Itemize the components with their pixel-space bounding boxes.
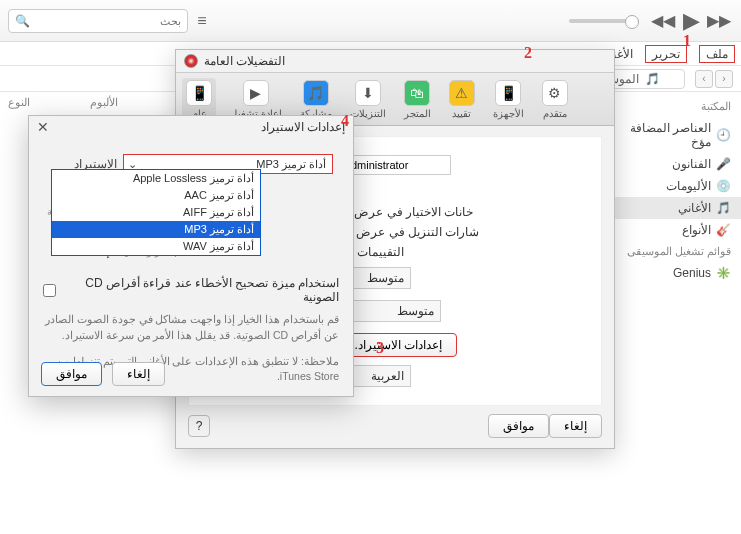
annotation-2: 2 [524, 44, 532, 62]
sidebar-head-library: المكتبة [612, 96, 741, 117]
tab-store[interactable]: 🛍المتجر [400, 78, 435, 121]
menu-edit[interactable]: تحرير [645, 45, 687, 63]
tab-label: متقدم [543, 108, 567, 119]
play-button[interactable]: ▶ [677, 7, 705, 35]
itunes-icon [184, 54, 198, 68]
sidebar-item-label: الفنانون [672, 157, 711, 171]
error-correction-checkbox[interactable] [43, 284, 56, 297]
prefs-titlebar: التفضيلات العامة [176, 50, 614, 72]
sidebar-item-genres[interactable]: 🎸الأنواع [612, 219, 741, 241]
note-icon: 🎵 [717, 201, 731, 215]
import-ok-button[interactable]: موافق [41, 362, 102, 386]
import-body: أداة ترميز MP3 ⌄ الاستيراد 4 أداة ترميز … [29, 138, 353, 393]
mic-icon: 🎤 [717, 157, 731, 171]
sidebar-item-artists[interactable]: 🎤الفنانون [612, 153, 741, 175]
opt-aiff[interactable]: أداة ترميز AIFF [52, 204, 260, 221]
list-view-toggle[interactable]: ≡ [188, 7, 216, 35]
tab-label: التنزيلات [350, 108, 386, 119]
volume-slider[interactable] [569, 19, 639, 23]
tab-restrictions[interactable]: ⚠تقييد [445, 78, 479, 121]
sidebar-item-label: الأنواع [682, 223, 711, 237]
import-footer: إلغاء موافق [41, 362, 165, 386]
menu-file[interactable]: ملف [699, 45, 735, 63]
tab-label: الأجهزة [493, 108, 524, 119]
album-icon: 💿 [717, 179, 731, 193]
sidebar-item-genius[interactable]: ✳️Genius [612, 262, 741, 284]
prefs-footer: إلغاء موافق ? [188, 414, 602, 438]
sidebar: المكتبة 🕘العناصر المضافة مؤخ 🎤الفنانون 💿… [611, 92, 741, 284]
import-cancel-button[interactable]: إلغاء [112, 362, 165, 386]
ec-note: قم باستخدام هذا الخيار إذا واجهت مشاكل ف… [43, 312, 339, 344]
sidebar-item-songs[interactable]: 🎵الأغاني [612, 197, 741, 219]
playback-icon: ▶ [243, 80, 269, 106]
encoder-dropdown[interactable]: أداة ترميز Apple Lossless أداة ترميز AAC… [51, 169, 261, 256]
tab-devices[interactable]: 📱الأجهزة [489, 78, 528, 121]
genius-icon: ✳️ [717, 266, 731, 280]
music-icon: 🎵 [645, 72, 660, 86]
search-icon: 🔍 [15, 14, 30, 28]
opt-aac[interactable]: أداة ترميز AAC [52, 187, 260, 204]
sidebar-item-label: Genius [673, 266, 711, 280]
prev-button[interactable]: ◀◀ [649, 7, 677, 35]
downloads-icon: ⬇ [355, 80, 381, 106]
store-icon: 🛍 [404, 80, 430, 106]
prefs-title-text: التفضيلات العامة [204, 54, 285, 68]
genre-icon: 🎸 [717, 223, 731, 237]
sidebar-item-label: العناصر المضافة مؤخ [622, 121, 711, 149]
list-size-value: متوسط [367, 271, 404, 285]
devices-icon: 📱 [495, 80, 521, 106]
tab-label: المتجر [404, 108, 431, 119]
next-button[interactable]: ▶▶ [705, 7, 733, 35]
search-input[interactable] [30, 15, 181, 27]
tab-advanced[interactable]: ⚙متقدم [538, 78, 572, 121]
annotation-4: 4 [341, 112, 349, 130]
annotation-1: 1 [683, 32, 691, 50]
col-album: الألبوم [90, 96, 118, 109]
search-box[interactable]: 🔍 [8, 9, 188, 33]
tab-label: تقييد [452, 108, 471, 119]
nav-forward[interactable]: › [695, 70, 713, 88]
encoder-value: أداة ترميز MP3 [256, 158, 326, 171]
sharing-icon: 🎵 [303, 80, 329, 106]
playlist-icon-value: متوسط [397, 304, 434, 318]
close-button[interactable]: ✕ [37, 119, 49, 135]
sidebar-head-playlists: قوائم تشغيل الموسيقى [612, 241, 741, 262]
restrictions-icon: ⚠ [449, 80, 475, 106]
import-titlebar: إعدادات الاستيراد ✕ [29, 116, 353, 138]
prefs-ok-button[interactable]: موافق [488, 414, 549, 438]
language-value: العربية [371, 369, 404, 383]
column-headers: الألبوم النوع [8, 96, 118, 109]
help-button[interactable]: ? [188, 415, 210, 437]
sidebar-item-recent[interactable]: 🕘العناصر المضافة مؤخ [612, 117, 741, 153]
error-correction-label: استخدام ميزة تصحيح الأخطاء عند قراءة أقر… [62, 276, 339, 304]
opt-lossless[interactable]: أداة ترميز Apple Lossless [52, 170, 260, 187]
advanced-icon: ⚙ [542, 80, 568, 106]
recent-icon: 🕘 [717, 128, 731, 142]
opt-wav[interactable]: أداة ترميز WAV [52, 238, 260, 255]
import-settings-dialog: إعدادات الاستيراد ✕ أداة ترميز MP3 ⌄ الا… [28, 115, 354, 397]
sidebar-item-label: الأليومات [666, 179, 711, 193]
import-title-text: إعدادات الاستيراد [261, 120, 345, 134]
sidebar-item-albums[interactable]: 💿الأليومات [612, 175, 741, 197]
sidebar-item-label: الأغاني [678, 201, 711, 215]
nav-back[interactable]: ‹ [715, 70, 733, 88]
col-type: النوع [8, 96, 30, 109]
annotation-3: 3 [376, 339, 384, 357]
general-icon: 📱 [186, 80, 212, 106]
prefs-cancel-button[interactable]: إلغاء [549, 414, 602, 438]
opt-mp3[interactable]: أداة ترميز MP3 [52, 221, 260, 238]
